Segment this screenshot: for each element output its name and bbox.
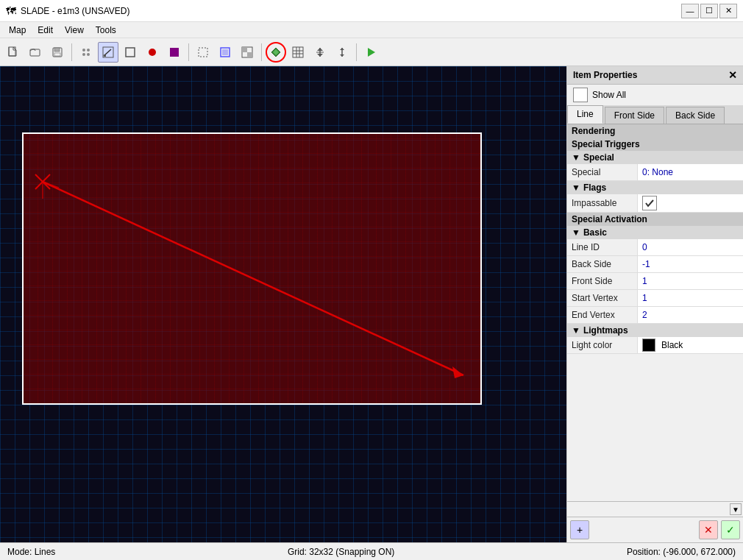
- back-side-value[interactable]: -1: [637, 256, 743, 272]
- basic-section-label: Basic: [583, 227, 607, 238]
- mode-dots[interactable]: [76, 42, 96, 63]
- end-vertex-value[interactable]: 2: [637, 307, 743, 323]
- panel-header: Item Properties ✕: [567, 66, 743, 85]
- grid-status: Grid: 32x32 (Snapping ON): [288, 547, 394, 557]
- map-canvas[interactable]: [0, 66, 566, 542]
- end-vertex-row: End Vertex 2: [567, 307, 743, 324]
- mode-status: Mode: Lines: [7, 547, 55, 557]
- separator-4: [356, 43, 357, 61]
- svg-rect-11: [170, 48, 179, 57]
- svg-rect-8: [104, 54, 106, 57]
- tab-line[interactable]: Line: [567, 105, 603, 124]
- line-id-value[interactable]: 0: [637, 239, 743, 255]
- flags-section-label: Flags: [583, 182, 606, 193]
- close-button[interactable]: ✕: [719, 4, 737, 18]
- mode-circle[interactable]: [142, 42, 163, 63]
- title-bar-left: 🗺 SLADE - e1m3 (UNSAVED): [6, 5, 129, 17]
- svg-point-10: [149, 49, 156, 56]
- special-activation-header: Special Activation: [567, 213, 743, 226]
- tab-front-side[interactable]: Front Side: [605, 107, 664, 124]
- show-all-checkbox[interactable]: [573, 88, 588, 102]
- mode-blue-rect[interactable]: [215, 42, 235, 63]
- line-id-label: Line ID: [567, 241, 637, 254]
- tabs: Line Front Side Back Side: [567, 105, 743, 124]
- ok-button[interactable]: ✓: [721, 520, 740, 539]
- status-bar: Mode: Lines Grid: 32x32 (Snapping ON) Po…: [0, 542, 743, 560]
- front-side-value[interactable]: 1: [637, 273, 743, 289]
- menu-view[interactable]: View: [59, 24, 90, 37]
- play-button[interactable]: [360, 42, 381, 63]
- light-color-label: Light color: [567, 339, 637, 352]
- new-button[interactable]: [3, 42, 24, 63]
- position-status: Position: (-96.000, 672.000): [627, 547, 736, 557]
- start-vertex-row: Start Vertex 1: [567, 290, 743, 307]
- svg-rect-5: [54, 53, 60, 56]
- svg-rect-16: [242, 47, 247, 52]
- show-all-row: Show All: [567, 85, 743, 105]
- map-svg: [0, 66, 566, 542]
- mode-square-fill[interactable]: [164, 42, 185, 63]
- collapse-icon-basic: ▼: [572, 227, 580, 238]
- delete-button[interactable]: ✕: [699, 520, 718, 539]
- svg-marker-36: [452, 366, 463, 378]
- back-side-row: Back Side -1: [567, 256, 743, 273]
- minimize-button[interactable]: —: [681, 4, 699, 18]
- collapse-icon-flags: ▼: [572, 182, 580, 193]
- props-content[interactable]: Rendering Special Triggers ▼ Special Spe…: [567, 124, 743, 501]
- special-value[interactable]: 0: None: [637, 164, 743, 180]
- start-vertex-value[interactable]: 1: [637, 290, 743, 306]
- impassable-value[interactable]: [637, 194, 743, 212]
- start-vertex-label: Start Vertex: [567, 291, 637, 305]
- maximize-button[interactable]: ☐: [700, 4, 718, 18]
- svg-marker-32: [368, 48, 375, 57]
- panel-close-button[interactable]: ✕: [728, 69, 737, 81]
- menu-edit[interactable]: Edit: [32, 24, 59, 37]
- toolbar: [0, 38, 743, 66]
- open-button[interactable]: [25, 42, 46, 63]
- save-button[interactable]: [47, 42, 68, 63]
- special-section-toggle[interactable]: ▼ Special: [567, 151, 743, 164]
- panel-buttons: + ✕ ✓: [567, 517, 743, 542]
- special-label: Special: [567, 166, 637, 179]
- light-color-swatch[interactable]: [642, 339, 655, 352]
- svg-rect-17: [247, 52, 252, 57]
- add-button[interactable]: +: [570, 520, 589, 539]
- collapse-icon-special: ▼: [572, 152, 580, 163]
- title-bar-controls[interactable]: — ☐ ✕: [681, 4, 737, 18]
- flags-section-toggle[interactable]: ▼ Flags: [567, 181, 743, 194]
- menu-map[interactable]: Map: [3, 24, 32, 37]
- show-all-label: Show All: [592, 90, 626, 100]
- separator-3: [261, 43, 262, 61]
- special-section-label: Special: [583, 152, 614, 163]
- basic-section-toggle[interactable]: ▼ Basic: [567, 226, 743, 239]
- svg-rect-4: [54, 48, 60, 52]
- impassable-checkbox[interactable]: [642, 196, 657, 210]
- select-rect[interactable]: [193, 42, 213, 63]
- svg-rect-9: [126, 48, 135, 57]
- svg-marker-26: [317, 48, 323, 51]
- tab-back-side[interactable]: Back Side: [666, 107, 725, 124]
- back-side-label: Back Side: [567, 258, 637, 271]
- light-color-value[interactable]: Black: [637, 337, 743, 353]
- grid-button[interactable]: [288, 42, 308, 63]
- svg-marker-27: [317, 54, 323, 57]
- front-side-row: Front Side 1: [567, 273, 743, 290]
- scroll-down-button[interactable]: ▼: [730, 503, 742, 515]
- mode-checked-rect[interactable]: [237, 42, 257, 63]
- impassable-label: Impassable: [567, 196, 637, 210]
- arrows-ud-2[interactable]: [332, 42, 352, 63]
- separator-1: [71, 43, 72, 61]
- menu-tools[interactable]: Tools: [90, 24, 122, 37]
- title-bar: 🗺 SLADE - e1m3 (UNSAVED) — ☐ ✕: [0, 0, 743, 22]
- menu-bar: Map Edit View Tools: [0, 22, 743, 38]
- app-icon: 🗺: [6, 5, 16, 17]
- front-side-label: Front Side: [567, 274, 637, 288]
- end-vertex-label: End Vertex: [567, 308, 637, 322]
- mode-rect-outline[interactable]: [120, 42, 141, 63]
- lightmaps-section-toggle[interactable]: ▼ Lightmaps: [567, 324, 743, 337]
- main-layout: Item Properties ✕ Show All Line Front Si…: [0, 66, 743, 542]
- arrows-ud-1[interactable]: [310, 42, 330, 63]
- mode-lines-button[interactable]: [98, 42, 118, 63]
- draw-diamond-button[interactable]: [266, 42, 286, 63]
- light-color-text: Black: [661, 340, 683, 350]
